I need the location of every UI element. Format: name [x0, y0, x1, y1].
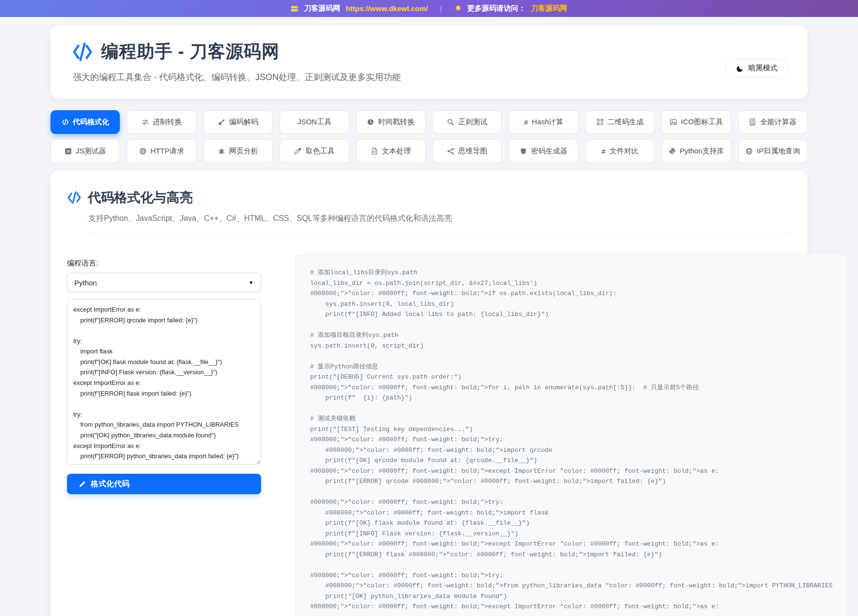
- mindmap-icon: [447, 148, 454, 155]
- topbar-site-url-link[interactable]: https://www.dkewl.com/: [346, 4, 428, 13]
- toolbar: 代码格式化进制转换编码解码JSON工具时间戳转换正则测试#Hash计算二维码生成…: [50, 110, 808, 163]
- formatted-output-panel: # 添加local_libs目录到sys.path local_libs_dir…: [295, 253, 848, 616]
- tab-base-convert[interactable]: 进制转换: [127, 110, 196, 134]
- tab-ip-lookup[interactable]: IP归属地查询: [738, 139, 808, 163]
- topbar-site-name: 刀客源码网: [304, 4, 340, 13]
- dropper-icon: [294, 148, 301, 155]
- source-code-input[interactable]: except ImportError as e: print(f"[ERROR]…: [67, 300, 261, 465]
- moon-icon: [736, 65, 744, 72]
- code-icon: [62, 118, 69, 126]
- header-left: 编程助手 - 刀客源码网 强大的编程工具集合 - 代码格式化、编码转换、JSON…: [72, 40, 401, 83]
- pencil-icon: [79, 481, 86, 488]
- tab-hash-calc[interactable]: #Hash计算: [509, 110, 578, 134]
- js-icon: JS: [65, 148, 72, 155]
- chevron-down-icon: ▼: [248, 280, 254, 285]
- globe-icon: [139, 148, 147, 155]
- server-icon: [291, 5, 298, 13]
- topbar-divider: |: [440, 4, 442, 13]
- formatted-code-output: # 添加local_libs目录到sys.path local_libs_dir…: [310, 267, 833, 612]
- tab-label: JSON工具: [297, 117, 331, 127]
- key-icon: [218, 118, 225, 126]
- section-title: 代码格式化与高亮: [88, 189, 193, 206]
- clock-icon: [367, 118, 374, 126]
- tab-label: Hash计算: [532, 117, 563, 127]
- search-icon: [447, 118, 454, 126]
- neq-icon: ≠: [601, 148, 605, 155]
- code-format-section: 代码格式化与高亮 支持Python、JavaScript、Java、C++、C#…: [50, 170, 808, 616]
- image-icon: [670, 118, 677, 126]
- swap-icon: [142, 118, 149, 126]
- tab-label: 进制转换: [153, 117, 182, 127]
- page-title: 编程助手 - 刀客源码网: [101, 40, 280, 64]
- section-subtitle: 支持Python、JavaScript、Java、C++、C#、HTML、CSS…: [88, 214, 792, 234]
- language-label: 编程语言:: [67, 259, 261, 268]
- spider-icon: [218, 148, 225, 155]
- tab-label: 取色工具: [305, 147, 334, 156]
- tab-label: 网页分析: [229, 147, 258, 156]
- tab-mindmap[interactable]: 思维导图: [432, 139, 502, 163]
- tab-label: 代码格式化: [73, 117, 109, 127]
- toolbar-row-1: 代码格式化进制转换编码解码JSON工具时间戳转换正则测试#Hash计算二维码生成…: [50, 110, 808, 134]
- editor-column: 编程语言: Python ▼ except ImportError as e: …: [67, 253, 261, 494]
- tab-calculator[interactable]: 全能计算器: [738, 110, 808, 134]
- tab-label: 全能计算器: [760, 117, 796, 127]
- code-icon: [72, 41, 93, 63]
- tab-label: IP归属地查询: [757, 147, 800, 156]
- tab-http-request[interactable]: HTTP请求: [127, 139, 196, 163]
- topbar-promo-link[interactable]: 刀客源码网: [531, 4, 567, 13]
- tab-json-tools[interactable]: JSON工具: [280, 110, 349, 134]
- tab-label: ICO图标工具: [681, 117, 723, 127]
- tab-label: 时间戳转换: [378, 117, 414, 127]
- svg-text:JS: JS: [66, 150, 70, 153]
- calc-icon: [749, 118, 756, 126]
- output-column: # 添加local_libs目录到sys.path local_libs_dir…: [295, 253, 848, 616]
- tab-ico-tool[interactable]: ICO图标工具: [661, 110, 731, 134]
- python-icon: [669, 148, 676, 155]
- tab-label: 编码解码: [229, 117, 258, 127]
- globe-icon: [745, 148, 753, 155]
- tab-text-process[interactable]: 文本处理: [356, 139, 426, 163]
- shield-icon: [520, 148, 527, 155]
- format-code-label: 格式化代码: [91, 479, 130, 489]
- tab-label: 文本处理: [382, 147, 411, 156]
- tab-qrcode-gen[interactable]: 二维码生成: [585, 110, 655, 134]
- tab-label: 二维码生成: [608, 117, 644, 127]
- topbar: 刀客源码网 https://www.dkewl.com/ | 更多源码请访问： …: [0, 0, 858, 17]
- code-icon: [67, 190, 82, 205]
- tab-web-analyze[interactable]: 网页分析: [203, 139, 273, 163]
- file-icon: [371, 148, 378, 155]
- tab-label: 文件对比: [610, 147, 639, 156]
- tab-js-tester[interactable]: JSJS测试器: [50, 139, 120, 163]
- tab-label: HTTP请求: [150, 147, 184, 156]
- language-select-value: Python: [74, 279, 97, 287]
- tab-label: 密码生成器: [531, 147, 567, 156]
- tab-password-gen[interactable]: 密码生成器: [509, 139, 578, 163]
- tab-label: JS测试器: [76, 147, 106, 156]
- toolbar-row-2: JSJS测试器HTTP请求网页分析取色工具文本处理思维导图密码生成器≠文件对比P…: [50, 139, 808, 163]
- topbar-promo-text: 更多源码请访问：: [467, 4, 526, 13]
- tab-file-diff[interactable]: ≠文件对比: [585, 139, 655, 163]
- tab-color-picker[interactable]: 取色工具: [280, 139, 349, 163]
- hash-icon: #: [524, 118, 528, 126]
- format-code-button[interactable]: 格式化代码: [67, 474, 261, 494]
- dark-mode-label: 暗黑模式: [748, 64, 777, 73]
- tab-timestamp-convert[interactable]: 时间戳转换: [356, 110, 426, 134]
- bell-icon: [454, 5, 462, 13]
- page-subtitle: 强大的编程工具集合 - 代码格式化、编码转换、JSON处理、正则测试及更多实用功…: [73, 71, 401, 83]
- tab-encode-decode[interactable]: 编码解码: [203, 110, 273, 134]
- header-card: 编程助手 - 刀客源码网 强大的编程工具集合 - 代码格式化、编码转换、JSON…: [50, 25, 808, 99]
- tab-regex-test[interactable]: 正则测试: [432, 110, 502, 134]
- qr-icon: [596, 118, 604, 126]
- tab-code-format[interactable]: 代码格式化: [50, 110, 120, 134]
- language-select[interactable]: Python ▼: [67, 273, 261, 292]
- tab-label: 正则测试: [458, 117, 487, 127]
- tab-label: 思维导图: [458, 147, 487, 156]
- tab-python-libs[interactable]: Python支持库: [661, 139, 731, 163]
- tab-label: Python支持库: [680, 147, 725, 156]
- dark-mode-button[interactable]: 暗黑模式: [726, 59, 788, 77]
